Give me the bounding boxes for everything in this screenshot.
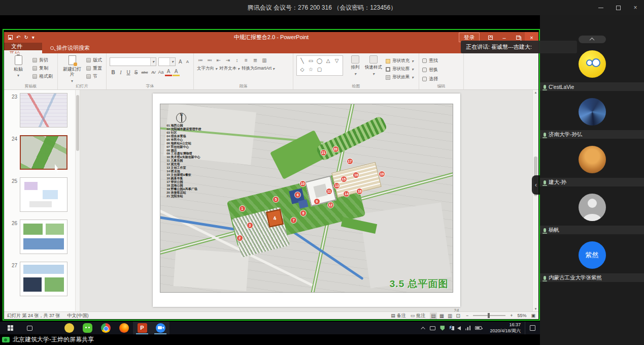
maximize-button[interactable]: [609, 0, 627, 15]
paragraph-command[interactable]: 转换为SmartArt▾: [242, 66, 275, 72]
font-style-button[interactable]: Aa: [157, 69, 164, 76]
slide-thumbnail[interactable]: 27: [4, 262, 75, 296]
tell-me-search[interactable]: 操作说明搜索: [50, 43, 90, 53]
paragraph-format-button[interactable]: ≣: [252, 57, 259, 63]
font-style-button[interactable]: I: [117, 69, 124, 76]
font-style-button[interactable]: A: [173, 69, 180, 76]
editing-command[interactable]: 查找: [422, 57, 461, 64]
font-size-select[interactable]: ▾: [158, 57, 176, 66]
taskbar-app-button[interactable]: [78, 322, 96, 334]
shape-format-command[interactable]: 形状轮廓 ▾: [386, 66, 414, 72]
paragraph-format-button[interactable]: ▥: [261, 57, 268, 63]
paragraph-format-button[interactable]: ⇥: [224, 57, 231, 63]
paragraph-format-button[interactable]: ≔: [197, 57, 204, 63]
shape-icon[interactable]: ╲: [298, 56, 307, 65]
taskbar-app-button[interactable]: [96, 322, 115, 334]
clipboard-command[interactable]: 格式刷: [32, 73, 53, 80]
shape-format-command[interactable]: 形状效果 ▾: [386, 74, 414, 80]
panel-collapse-handle[interactable]: ‹: [532, 175, 540, 195]
start-button[interactable]: [0, 322, 20, 334]
volume-icon[interactable]: [457, 326, 461, 330]
zoom-level[interactable]: 55%: [517, 313, 526, 318]
zoom-slider[interactable]: [473, 315, 505, 316]
thumbnail-preview[interactable]: [20, 93, 67, 128]
paragraph-format-button[interactable]: ≕: [206, 57, 213, 63]
redo-icon[interactable]: ↻: [24, 35, 28, 40]
slides-command[interactable]: 版式: [86, 57, 102, 64]
network-icon[interactable]: [465, 326, 470, 330]
editing-command[interactable]: 选择: [422, 76, 461, 82]
taskbar-app-button[interactable]: P: [133, 322, 151, 334]
participant-item[interactable]: C'estLaVie: [540, 50, 644, 91]
paragraph-command[interactable]: 文字方向▾: [197, 66, 217, 72]
new-slide-button[interactable]: 新建幻灯片 ▾: [61, 55, 83, 84]
drawing-command[interactable]: 排列 ▾: [346, 55, 364, 84]
shape-format-command[interactable]: 形状填充 ▾: [386, 58, 414, 64]
participant-item[interactable]: 紫然 内蒙古工业大学张紫然: [540, 241, 644, 282]
view-mode-button[interactable]: ▤: [430, 312, 436, 319]
clipboard-command[interactable]: 剪切: [32, 57, 53, 64]
thumbnail-preview[interactable]: [20, 177, 67, 212]
thumbnail-preview[interactable]: [20, 262, 67, 296]
font-style-button[interactable]: A: [165, 69, 172, 76]
view-mode-button[interactable]: ⊡: [455, 312, 461, 319]
zoom-out-button[interactable]: −: [466, 313, 468, 318]
paragraph-format-button[interactable]: ⇤: [215, 57, 222, 63]
grow-font-button[interactable]: A: [178, 59, 183, 65]
scrollbar-thumb[interactable]: [76, 95, 79, 151]
paragraph-command[interactable]: 对齐文本▾: [219, 66, 240, 72]
taskbar-app-button[interactable]: [60, 322, 78, 334]
shape-icon[interactable]: ◯: [315, 56, 324, 65]
shape-icon[interactable]: ▢: [315, 65, 324, 74]
scroll-up-icon[interactable]: ▲: [533, 91, 538, 94]
shape-icon[interactable]: △: [324, 56, 332, 65]
font-name-select[interactable]: ▾: [110, 57, 156, 66]
thumbnail-scrollbar[interactable]: [75, 90, 80, 311]
undo-icon[interactable]: ↶: [16, 35, 20, 40]
qat-dropdown-icon[interactable]: ▾: [32, 35, 35, 40]
taskbar-app-button[interactable]: [151, 322, 170, 334]
comments-button[interactable]: ▭批注: [411, 312, 426, 319]
thumbnail-preview[interactable]: [20, 219, 67, 254]
view-mode-button[interactable]: ▥: [447, 312, 453, 319]
slide-thumbnail[interactable]: 26: [4, 219, 75, 254]
participant-item[interactable]: 建大-孙: [540, 146, 644, 186]
minimize-button[interactable]: [592, 0, 609, 15]
scroll-down-icon[interactable]: ▼: [533, 307, 538, 310]
current-slide[interactable]: 4 N 01 海西公园02 沈阳城市建设管理学校03 社区04 综合体育场05 …: [153, 93, 460, 307]
font-style-button[interactable]: AV: [150, 69, 157, 76]
participant-name-row[interactable]: 济南大学-孙弘: [540, 130, 644, 139]
shape-icon[interactable]: ▽: [332, 56, 341, 65]
participant-item[interactable]: 杨帆: [540, 194, 644, 234]
paragraph-format-button[interactable]: ↕: [233, 57, 241, 63]
battery-icon[interactable]: [475, 326, 482, 330]
collapse-panel-button[interactable]: [579, 36, 606, 43]
participant-name-row[interactable]: 内蒙古工业大学张紫然: [540, 273, 644, 282]
language-indicator[interactable]: 中文(中国): [67, 312, 89, 319]
participant-name-row[interactable]: C'estLaVie: [540, 82, 644, 91]
slide-thumbnail[interactable]: 25: [4, 177, 75, 212]
task-view-button[interactable]: [20, 322, 39, 334]
shrink-font-button[interactable]: A: [185, 59, 190, 64]
slide-scrollbar[interactable]: ▲ ▼: [532, 90, 538, 311]
taskbar-clock[interactable]: 16:37 2020/4/18/周六: [486, 322, 525, 334]
font-style-button[interactable]: U: [125, 69, 132, 76]
clipboard-command[interactable]: 复制: [32, 65, 53, 72]
zoom-in-button[interactable]: +: [510, 313, 513, 318]
font-style-button[interactable]: abc: [140, 69, 149, 76]
drawing-command[interactable]: 快速样式 ▾: [364, 55, 383, 84]
close-button[interactable]: ×: [627, 0, 644, 15]
hidden-icons-chevron-icon[interactable]: [421, 327, 425, 331]
editing-command[interactable]: 替换: [422, 67, 461, 73]
participant-name-row[interactable]: 杨帆: [540, 226, 644, 234]
font-style-button[interactable]: B: [110, 69, 117, 76]
font-style-button[interactable]: S: [132, 69, 140, 76]
view-mode-button[interactable]: ▦: [438, 312, 445, 319]
display-icon[interactable]: [430, 326, 435, 330]
thumbnail-preview[interactable]: [20, 135, 67, 170]
zoom-slider-thumb[interactable]: [488, 313, 490, 318]
shape-icon[interactable]: ◇: [298, 65, 307, 74]
fit-slide-button[interactable]: ▣: [531, 313, 535, 318]
action-center-button[interactable]: [525, 322, 540, 334]
ribbon-tab[interactable]: 文件: [4, 43, 42, 50]
